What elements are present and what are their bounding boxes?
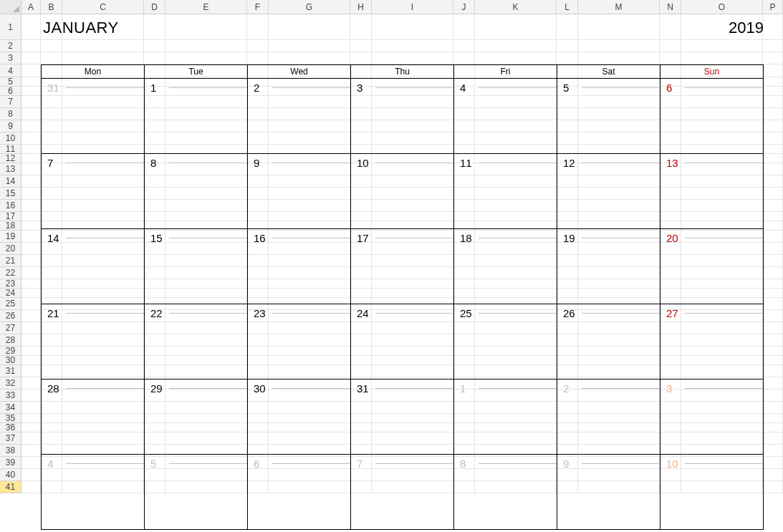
cell[interactable] xyxy=(247,52,269,64)
row-header-34[interactable]: 34 xyxy=(0,402,21,414)
calendar-day[interactable]: 2 xyxy=(248,79,351,153)
cell[interactable] xyxy=(763,365,783,377)
cell[interactable] xyxy=(269,14,350,40)
cell[interactable] xyxy=(453,40,475,52)
cell[interactable] xyxy=(21,231,41,243)
calendar-day[interactable]: 7 xyxy=(351,455,454,529)
cell[interactable] xyxy=(578,40,660,52)
cell[interactable] xyxy=(21,154,41,163)
calendar-day[interactable]: 14 xyxy=(42,229,145,304)
row-header-40[interactable]: 40 xyxy=(0,469,21,481)
cell[interactable] xyxy=(350,40,372,52)
cell[interactable] xyxy=(763,402,783,414)
cell[interactable] xyxy=(21,120,41,132)
calendar-day[interactable]: 25 xyxy=(454,304,557,379)
cell[interactable] xyxy=(62,40,144,52)
calendar-day[interactable]: 2 xyxy=(557,379,660,454)
cell[interactable] xyxy=(763,231,783,243)
cell[interactable] xyxy=(21,188,41,200)
cell[interactable] xyxy=(763,310,783,322)
cell[interactable] xyxy=(763,267,783,279)
cell[interactable] xyxy=(21,243,41,255)
calendar-day[interactable]: 27 xyxy=(660,304,763,379)
cell[interactable] xyxy=(660,52,681,64)
cell[interactable] xyxy=(763,132,783,145)
row-header-19[interactable]: 19 xyxy=(0,231,21,243)
calendar-day[interactable]: 26 xyxy=(557,304,660,379)
calendar-day[interactable]: 21 xyxy=(42,304,145,379)
cell[interactable] xyxy=(21,108,41,120)
calendar-day[interactable]: 12 xyxy=(557,154,660,228)
cell[interactable] xyxy=(763,414,783,423)
row-header-13[interactable]: 13 xyxy=(0,163,21,175)
row-header-21[interactable]: 21 xyxy=(0,255,21,267)
cell[interactable] xyxy=(763,255,783,267)
cell[interactable] xyxy=(763,145,783,154)
column-header-J[interactable]: J xyxy=(453,0,475,14)
cell[interactable] xyxy=(21,334,41,347)
row-header-4[interactable]: 4 xyxy=(0,64,21,77)
calendar-day[interactable]: 18 xyxy=(454,229,557,304)
cell[interactable] xyxy=(557,40,578,52)
calendar-day[interactable]: 1 xyxy=(145,79,248,153)
cell[interactable] xyxy=(763,221,783,231)
cell[interactable] xyxy=(681,40,763,52)
column-header-L[interactable]: L xyxy=(557,0,578,14)
cell[interactable] xyxy=(21,481,41,493)
column-header-H[interactable]: H xyxy=(350,0,372,14)
cell[interactable] xyxy=(21,310,41,322)
cell[interactable] xyxy=(21,289,41,298)
cell[interactable] xyxy=(21,457,41,469)
cell[interactable] xyxy=(21,469,41,481)
row-header-18[interactable]: 18 xyxy=(0,221,21,231)
calendar-day[interactable]: 24 xyxy=(351,304,454,379)
row-header-1[interactable]: 1 xyxy=(0,14,21,40)
row-header-36[interactable]: 36 xyxy=(0,423,21,432)
calendar-day[interactable]: 13 xyxy=(660,154,763,228)
row-header-7[interactable]: 7 xyxy=(0,96,21,108)
cell[interactable] xyxy=(21,402,41,414)
row-header-25[interactable]: 25 xyxy=(0,298,21,310)
cell[interactable] xyxy=(763,212,783,221)
row-header-26[interactable]: 26 xyxy=(0,310,21,322)
calendar-day[interactable]: 5 xyxy=(145,455,248,529)
cell[interactable] xyxy=(475,14,557,40)
cell[interactable] xyxy=(763,432,783,445)
cell[interactable] xyxy=(660,14,681,40)
cell[interactable] xyxy=(21,212,41,221)
column-header-F[interactable]: F xyxy=(247,0,269,14)
cell[interactable] xyxy=(763,175,783,188)
cell[interactable] xyxy=(763,188,783,200)
cell[interactable] xyxy=(763,390,783,402)
cell[interactable] xyxy=(763,64,783,77)
calendar-day[interactable]: 5 xyxy=(557,79,660,153)
cell[interactable] xyxy=(21,87,41,96)
row-header-27[interactable]: 27 xyxy=(0,322,21,334)
column-header-G[interactable]: G xyxy=(269,0,350,14)
cell[interactable] xyxy=(557,52,578,64)
cell[interactable] xyxy=(763,322,783,334)
column-header-C[interactable]: C xyxy=(62,0,144,14)
cell[interactable] xyxy=(21,423,41,432)
calendar-day[interactable]: 3 xyxy=(660,379,763,454)
row-header-2[interactable]: 2 xyxy=(0,40,21,52)
cell[interactable] xyxy=(21,221,41,231)
row-header-41[interactable]: 41 xyxy=(0,481,21,493)
calendar-day[interactable]: 22 xyxy=(145,304,248,379)
row-header-9[interactable]: 9 xyxy=(0,120,21,132)
row-header-15[interactable]: 15 xyxy=(0,188,21,200)
cell[interactable] xyxy=(21,163,41,175)
cell[interactable] xyxy=(21,279,41,289)
cell[interactable] xyxy=(165,40,247,52)
cell[interactable] xyxy=(41,40,62,52)
cell[interactable] xyxy=(21,347,41,356)
cell[interactable] xyxy=(763,445,783,457)
cell[interactable] xyxy=(269,52,350,64)
cell[interactable] xyxy=(763,154,783,163)
calendar-day[interactable]: 28 xyxy=(42,379,145,454)
spreadsheet-viewport[interactable]: ABCDEFGHIJKLMNOP 12345678910111213141516… xyxy=(0,0,783,532)
cell[interactable] xyxy=(763,469,783,481)
cell[interactable] xyxy=(21,64,41,77)
calendar-day[interactable]: 9 xyxy=(248,154,351,228)
cell[interactable] xyxy=(763,77,783,87)
